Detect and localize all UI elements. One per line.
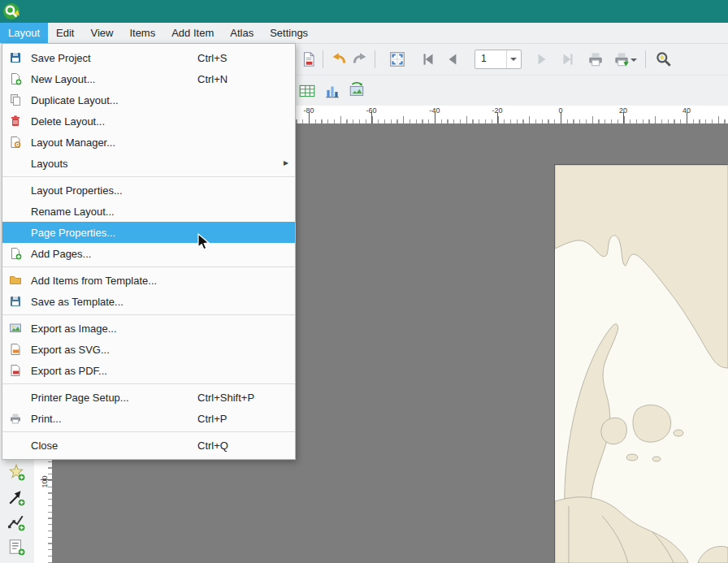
export-report-icon[interactable] bbox=[300, 50, 318, 68]
map-item[interactable] bbox=[555, 165, 728, 563]
menu-separator bbox=[2, 431, 295, 432]
menu-item-export-as-image[interactable]: Export as Image... bbox=[2, 318, 295, 339]
export-atlas-icon[interactable] bbox=[613, 50, 630, 68]
mouse-cursor bbox=[197, 233, 210, 251]
menu-items[interactable]: Items bbox=[121, 23, 163, 43]
add-marker-icon[interactable] bbox=[7, 463, 25, 481]
toolbar-separator bbox=[645, 50, 646, 68]
redo-icon[interactable] bbox=[352, 50, 370, 68]
new-layout-icon bbox=[9, 72, 27, 85]
atlas-next-icon[interactable] bbox=[533, 50, 551, 68]
ruler-label: 0 bbox=[558, 106, 562, 115]
atlas-first-icon[interactable] bbox=[419, 50, 437, 68]
menu-separator bbox=[2, 176, 295, 177]
save-project-icon bbox=[9, 51, 27, 64]
add-label-icon[interactable] bbox=[7, 538, 25, 556]
menu-item-new-layout[interactable]: New Layout... Ctrl+N bbox=[2, 68, 295, 89]
save-template-icon bbox=[9, 295, 27, 308]
ruler-label: 40 bbox=[682, 106, 691, 115]
menu-item-delete-layout[interactable]: Delete Layout... bbox=[2, 110, 295, 132]
qgis-logo-icon bbox=[2, 2, 21, 21]
menu-item-rename-layout[interactable]: Rename Layout... bbox=[2, 201, 295, 222]
folder-icon bbox=[9, 274, 27, 287]
menu-separator bbox=[2, 266, 295, 267]
menu-separator bbox=[2, 314, 295, 315]
menu-view[interactable]: View bbox=[82, 23, 121, 43]
toolbar-separator bbox=[375, 50, 375, 68]
submenu-arrow-icon: ▸ bbox=[284, 157, 288, 168]
menu-item-layouts[interactable]: Layouts ▸ bbox=[2, 153, 295, 174]
atlas-page-combo[interactable]: 1 bbox=[474, 50, 522, 69]
layout-menu-popup: Save Project Ctrl+S New Layout... Ctrl+N… bbox=[2, 43, 296, 460]
menu-item-export-as-svg[interactable]: Export as SVG... bbox=[2, 339, 295, 360]
atlas-last-icon[interactable] bbox=[559, 50, 577, 68]
print-icon bbox=[9, 412, 27, 425]
menu-item-add-items-from-template[interactable]: Add Items from Template... bbox=[2, 270, 295, 291]
ruler-label: 20 bbox=[619, 106, 627, 115]
export-svg-icon bbox=[9, 343, 27, 356]
ruler-label: -20 bbox=[492, 106, 502, 115]
export-pdf-icon bbox=[9, 364, 27, 377]
menu-item-export-as-pdf[interactable]: Export as PDF... bbox=[2, 360, 295, 381]
undo-icon[interactable] bbox=[329, 50, 347, 68]
atlas-prev-icon[interactable] bbox=[444, 50, 462, 68]
ruler-label: -80 bbox=[303, 106, 314, 115]
menu-settings[interactable]: Settings bbox=[262, 23, 316, 43]
menu-item-save-project[interactable]: Save Project Ctrl+S bbox=[2, 47, 295, 68]
ruler-label: 100 bbox=[41, 473, 49, 491]
add-arrow-icon[interactable] bbox=[7, 488, 25, 506]
layout-manager-icon bbox=[9, 136, 27, 149]
layout-page[interactable] bbox=[555, 165, 728, 563]
menu-item-duplicate-layout[interactable]: Duplicate Layout... bbox=[2, 89, 295, 110]
titlebar[interactable] bbox=[0, 0, 728, 23]
atlas-page-value: 1 bbox=[481, 53, 487, 64]
bar-chart-icon[interactable] bbox=[323, 82, 341, 100]
refresh-view-icon[interactable] bbox=[348, 82, 366, 100]
add-node-item-icon[interactable] bbox=[7, 513, 25, 531]
menu-item-print[interactable]: Print... Ctrl+P bbox=[2, 408, 295, 429]
menu-item-layout-properties[interactable]: Layout Properties... bbox=[2, 180, 295, 201]
zoom-full-icon[interactable] bbox=[388, 50, 406, 68]
menubar: Layout Edit View Items Add Item Atlas Se… bbox=[0, 23, 728, 44]
menu-item-page-properties[interactable]: Page Properties... bbox=[2, 222, 295, 243]
menu-layout[interactable]: Layout bbox=[0, 23, 48, 43]
menu-item-printer-page-setup[interactable]: Printer Page Setup... Ctrl+Shift+P bbox=[2, 387, 295, 408]
duplicate-layout-icon bbox=[9, 93, 27, 106]
toolbar-separator bbox=[323, 50, 323, 68]
menu-add-item[interactable]: Add Item bbox=[163, 23, 222, 43]
combo-dropdown-icon[interactable] bbox=[506, 50, 521, 68]
ruler-label: -60 bbox=[366, 106, 376, 115]
menu-item-close[interactable]: Close Ctrl+Q bbox=[2, 435, 295, 456]
delete-layout-icon bbox=[9, 115, 27, 128]
ruler-label: -40 bbox=[429, 106, 440, 115]
menu-atlas[interactable]: Atlas bbox=[222, 23, 262, 43]
menu-item-save-as-template[interactable]: Save as Template... bbox=[2, 291, 295, 312]
attribute-table-icon[interactable] bbox=[298, 82, 316, 100]
qgis-layout-window: Layout Edit View Items Add Item Atlas Se… bbox=[0, 0, 728, 563]
export-atlas-menu-caret-icon[interactable] bbox=[630, 58, 637, 65]
menu-separator bbox=[2, 383, 295, 384]
menu-item-add-pages[interactable]: Add Pages... bbox=[2, 243, 295, 264]
menu-item-layout-manager[interactable]: Layout Manager... bbox=[2, 132, 295, 153]
export-image-icon bbox=[9, 322, 27, 335]
menu-edit[interactable]: Edit bbox=[48, 23, 82, 43]
print-atlas-icon[interactable] bbox=[587, 50, 604, 68]
add-pages-icon bbox=[9, 247, 27, 260]
zoom-preview-icon[interactable] bbox=[655, 50, 673, 68]
